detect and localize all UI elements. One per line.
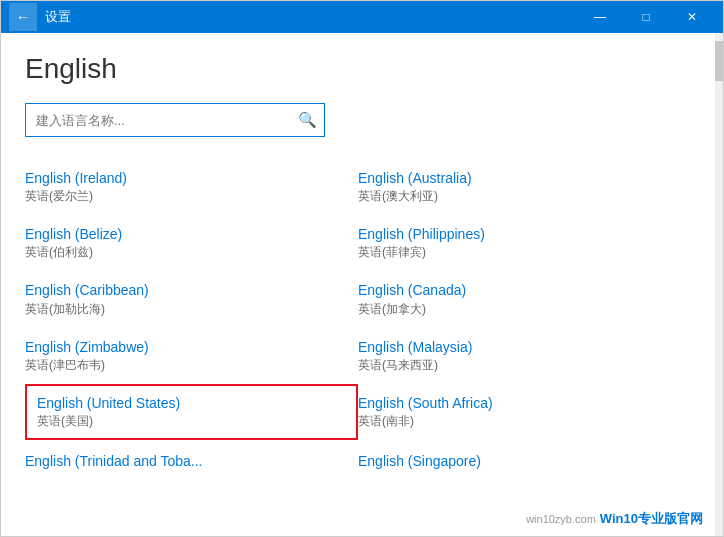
- lang-item[interactable]: English (United States)英语(美国): [25, 384, 358, 440]
- watermark-site: win10zyb.com: [526, 513, 596, 525]
- lang-native: 英语(加勒比海): [25, 301, 346, 318]
- search-icon-wrap: 🔍: [290, 103, 324, 137]
- scrollbar[interactable]: [715, 33, 723, 536]
- lang-item[interactable]: English (Belize)英语(伯利兹): [25, 215, 358, 271]
- lang-name: English (United States): [37, 394, 344, 412]
- lang-native: 英语(伯利兹): [25, 244, 346, 261]
- lang-name: English (Trinidad and Toba...: [25, 452, 346, 470]
- page-title: English: [25, 53, 691, 85]
- back-button[interactable]: ←: [9, 3, 37, 31]
- lang-native: 英语(爱尔兰): [25, 188, 346, 205]
- lang-name: English (Malaysia): [358, 338, 679, 356]
- language-grid: English (Ireland)英语(爱尔兰)English (Austral…: [25, 159, 691, 480]
- lang-item[interactable]: English (Singapore): [358, 442, 691, 480]
- back-icon: ←: [16, 9, 30, 25]
- lang-item[interactable]: English (Caribbean)英语(加勒比海): [25, 271, 358, 327]
- lang-item[interactable]: English (Philippines)英语(菲律宾): [358, 215, 691, 271]
- lang-native: 英语(美国): [37, 413, 344, 430]
- lang-item[interactable]: English (South Africa)英语(南非): [358, 384, 691, 442]
- search-box: 🔍: [25, 103, 325, 137]
- minimize-button[interactable]: —: [577, 1, 623, 33]
- search-input[interactable]: [26, 113, 290, 128]
- lang-item[interactable]: English (Australia)英语(澳大利亚): [358, 159, 691, 215]
- lang-name: English (Canada): [358, 281, 679, 299]
- lang-native: 英语(津巴布韦): [25, 357, 346, 374]
- lang-name: English (Zimbabwe): [25, 338, 346, 356]
- titlebar-title: 设置: [45, 8, 577, 26]
- lang-item[interactable]: English (Zimbabwe)英语(津巴布韦): [25, 328, 358, 384]
- lang-name: English (Philippines): [358, 225, 679, 243]
- lang-name: English (Belize): [25, 225, 346, 243]
- search-icon: 🔍: [298, 111, 317, 129]
- lang-name: English (Ireland): [25, 169, 346, 187]
- lang-item[interactable]: English (Ireland)英语(爱尔兰): [25, 159, 358, 215]
- maximize-button[interactable]: □: [623, 1, 669, 33]
- content: English 🔍 English (Ireland)英语(爱尔兰)Englis…: [1, 33, 723, 536]
- close-button[interactable]: ✕: [669, 1, 715, 33]
- watermark: win10zyb.com Win10专业版官网: [526, 510, 703, 528]
- lang-native: 英语(菲律宾): [358, 244, 679, 261]
- lang-name: English (Singapore): [358, 452, 679, 470]
- main-area: English 🔍 English (Ireland)英语(爱尔兰)Englis…: [1, 33, 715, 536]
- lang-native: 英语(加拿大): [358, 301, 679, 318]
- lang-item[interactable]: English (Trinidad and Toba...: [25, 442, 358, 480]
- titlebar: ← 设置 — □ ✕: [1, 1, 723, 33]
- lang-name: English (South Africa): [358, 394, 679, 412]
- lang-name: English (Caribbean): [25, 281, 346, 299]
- maximize-icon: □: [642, 10, 649, 24]
- lang-item[interactable]: English (Canada)英语(加拿大): [358, 271, 691, 327]
- lang-native: 英语(澳大利亚): [358, 188, 679, 205]
- lang-item[interactable]: English (Malaysia)英语(马来西亚): [358, 328, 691, 384]
- lang-native: 英语(南非): [358, 413, 679, 430]
- lang-name: English (Australia): [358, 169, 679, 187]
- titlebar-controls: — □ ✕: [577, 1, 715, 33]
- watermark-brand: Win10专业版官网: [600, 510, 703, 528]
- close-icon: ✕: [687, 10, 697, 24]
- window: ← 设置 — □ ✕ English 🔍: [0, 0, 724, 537]
- minimize-icon: —: [594, 10, 606, 24]
- scrollbar-thumb: [715, 41, 723, 81]
- lang-native: 英语(马来西亚): [358, 357, 679, 374]
